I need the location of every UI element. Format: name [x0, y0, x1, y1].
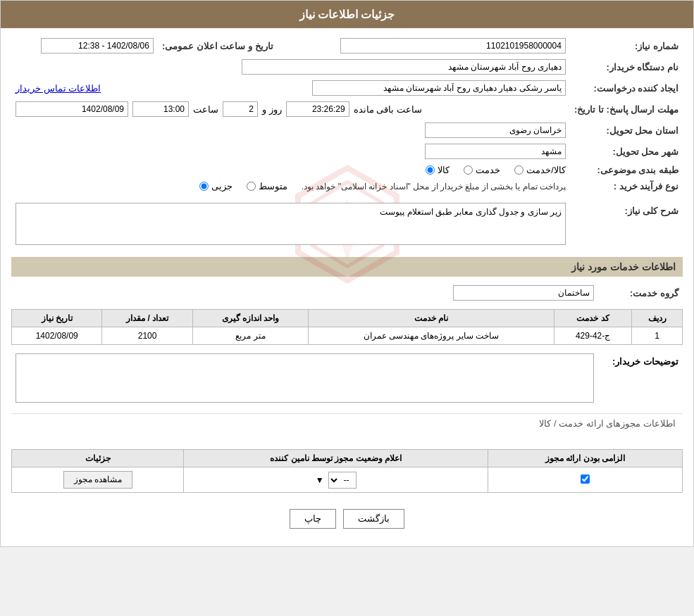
cell-row-num: 1: [632, 327, 683, 345]
province-value: [11, 120, 570, 141]
page-wrapper: جزئیات اطلاعات نیاز شماره نیاز: تاریخ و …: [0, 0, 694, 547]
category-kala-item: کالا: [426, 165, 450, 175]
services-table: ردیف کد خدمت نام خدمت واحد اندازه گیری ت…: [11, 309, 683, 345]
back-button[interactable]: بازگشت: [343, 509, 404, 529]
contact-link[interactable]: اطلاعات تماس خریدار: [16, 83, 101, 94]
buyer-notes-row: توضیحات خریدار:: [11, 351, 683, 408]
col-need-date: تاریخ نیاز: [12, 310, 102, 327]
deadline-time-label: ساعت: [193, 104, 218, 115]
page-title: جزئیات اطلاعات نیاز: [299, 8, 395, 20]
permit-row: -- ▼ مشاهده مجوز: [12, 467, 683, 493]
category-kala-khadamat-item: کالا/خدمت: [514, 165, 566, 175]
category-khadamat-radio[interactable]: [464, 165, 473, 175]
requester-input[interactable]: [312, 80, 566, 96]
city-label: شهر محل تحویل:: [570, 141, 683, 162]
purchase-motavasset-radio[interactable]: [247, 182, 256, 191]
contact-link-cell: اطلاعات تماس خریدار: [11, 77, 158, 99]
category-kala-label: کالا: [438, 165, 450, 175]
service-group-value: [11, 282, 598, 303]
buyer-notes-textarea[interactable]: [16, 353, 594, 403]
remaining-days-input[interactable]: [223, 101, 258, 117]
main-content: شماره نیاز: تاریخ و ساعت اعلان عمومی: نا…: [1, 28, 693, 546]
permit-required-checkbox[interactable]: [581, 474, 590, 484]
category-kala-khadamat-label: کالا/خدمت: [526, 165, 566, 175]
row-announcement-number: شماره نیاز: تاریخ و ساعت اعلان عمومی:: [11, 35, 683, 56]
need-desc-label: شرح کلی نیاز:: [570, 200, 683, 250]
category-kala-khadamat-radio[interactable]: [514, 165, 523, 175]
province-input[interactable]: [425, 122, 566, 138]
cell-unit: متر مربع: [192, 327, 308, 345]
province-label: استان محل تحویل:: [570, 120, 683, 141]
category-khadamat-label: خدمت: [476, 165, 500, 175]
services-table-head: ردیف کد خدمت نام خدمت واحد اندازه گیری ت…: [12, 310, 683, 327]
table-row: 1 ج-42-429 ساخت سایر پروژه‌های مهندسی عم…: [12, 327, 683, 345]
buyer-name-input[interactable]: [242, 59, 566, 75]
row-buyer-name: نام دستگاه خریدار:: [11, 56, 683, 77]
permits-section-title: اطلاعات مجوزهای ارائه خدمت / کالا: [11, 413, 683, 433]
permits-header-row: الزامی بودن ارائه مجوز اعلام وضعیت مجوز …: [12, 450, 683, 467]
city-value: [11, 141, 570, 162]
remaining-days-label: روز و: [262, 104, 282, 115]
page-header: جزئیات اطلاعات نیاز: [1, 1, 693, 28]
deadline-value: ساعت باقی مانده روز و ساعت: [11, 99, 570, 120]
category-options: کالا/خدمت خدمت کالا: [11, 162, 570, 178]
city-input[interactable]: [425, 144, 566, 159]
info-table: شماره نیاز: تاریخ و ساعت اعلان عمومی: نا…: [11, 35, 683, 194]
announce-date-input[interactable]: [41, 38, 154, 54]
services-table-header-row: ردیف کد خدمت نام خدمت واحد اندازه گیری ت…: [12, 310, 683, 327]
cell-service-name: ساخت سایر پروژه‌های مهندسی عمران: [309, 327, 554, 345]
service-group-table: گروه خدمت:: [11, 282, 683, 303]
permit-status-cell: -- ▼: [184, 467, 488, 493]
permit-required-cell: [488, 467, 683, 493]
row-requester: ایجاد کننده درخواست: اطلاعات تماس خریدار: [11, 77, 683, 99]
col-unit: واحد اندازه گیری: [192, 310, 308, 327]
permits-table-body: -- ▼ مشاهده مجوز: [12, 467, 683, 493]
remaining-time-input[interactable]: [286, 101, 349, 117]
purchase-jozee-radio[interactable]: [199, 182, 209, 191]
service-group-row: گروه خدمت:: [11, 282, 683, 303]
buyer-name-label: نام دستگاه خریدار:: [570, 56, 683, 77]
cell-need-date: 1402/08/09: [12, 327, 102, 345]
requester-value: [158, 77, 570, 99]
requester-label: ایجاد کننده درخواست:: [570, 77, 683, 99]
buyer-name-value: [11, 56, 570, 77]
need-description-section: شرح کلی نیاز: زیر سازی و جدول گذاری معاب…: [11, 200, 683, 250]
services-table-body: 1 ج-42-429 ساخت سایر پروژه‌های مهندسی عم…: [12, 327, 683, 345]
deadline-date-input[interactable]: [16, 101, 128, 117]
row-purchase-type: نوع فرآیند خرید : پرداخت تمام یا بخشی از…: [11, 178, 683, 194]
dropdown-icon: ▼: [316, 475, 324, 485]
remaining-suffix: ساعت باقی مانده: [354, 104, 422, 115]
purchase-type-options: پرداخت تمام یا بخشی از مبلغ خریدار از مح…: [11, 178, 570, 194]
row-category: طبقه بندی موضوعی: کالا/خدمت خدمت کالا: [11, 162, 683, 178]
permits-table-head: الزامی بودن ارائه مجوز اعلام وضعیت مجوز …: [12, 450, 683, 467]
view-permit-button[interactable]: مشاهده مجوز: [63, 471, 132, 489]
purchase-motavasset-label: متوسط: [259, 181, 287, 191]
print-button[interactable]: چاپ: [290, 509, 336, 529]
col-service-code: کد خدمت: [554, 310, 632, 327]
announcement-number-input[interactable]: [340, 38, 566, 54]
category-kala-radio[interactable]: [426, 165, 435, 175]
announcement-number-value: [287, 35, 570, 56]
need-desc-textarea[interactable]: زیر سازی و جدول گذاری معابر طبق استعلام …: [16, 203, 566, 245]
buyer-notes-table: توضیحات خریدار:: [11, 351, 683, 408]
purchase-jozee-label: جزیی: [211, 181, 233, 191]
cell-service-code: ج-42-429: [554, 327, 632, 345]
need-desc-row: شرح کلی نیاز: زیر سازی و جدول گذاری معاب…: [11, 200, 683, 250]
permit-status-select[interactable]: --: [328, 472, 357, 489]
purchase-jozee-item: جزیی: [199, 181, 233, 191]
category-khadamat-item: خدمت: [464, 165, 500, 175]
col-qty: تعداد / مقدار: [102, 310, 192, 327]
cell-qty: 2100: [102, 327, 192, 345]
row-city: شهر محل تحویل:: [11, 141, 683, 162]
announce-date-label: تاریخ و ساعت اعلان عمومی:: [158, 35, 287, 56]
buyer-notes-value: [11, 351, 598, 408]
deadline-time-input[interactable]: [132, 101, 189, 117]
service-group-input[interactable]: [453, 285, 594, 301]
spacer: [11, 433, 683, 444]
permit-col-status: اعلام وضعیت مجوز توسط نامین کننده: [184, 450, 488, 467]
need-desc-value: زیر سازی و جدول گذاری معابر طبق استعلام …: [11, 200, 570, 250]
purchase-desc: پرداخت تمام یا بخشی از مبلغ خریدار از مح…: [302, 182, 566, 191]
bottom-buttons: بازگشت چاپ: [11, 498, 683, 539]
row-province: استان محل تحویل:: [11, 120, 683, 141]
permit-col-details: جزئیات: [12, 450, 184, 467]
